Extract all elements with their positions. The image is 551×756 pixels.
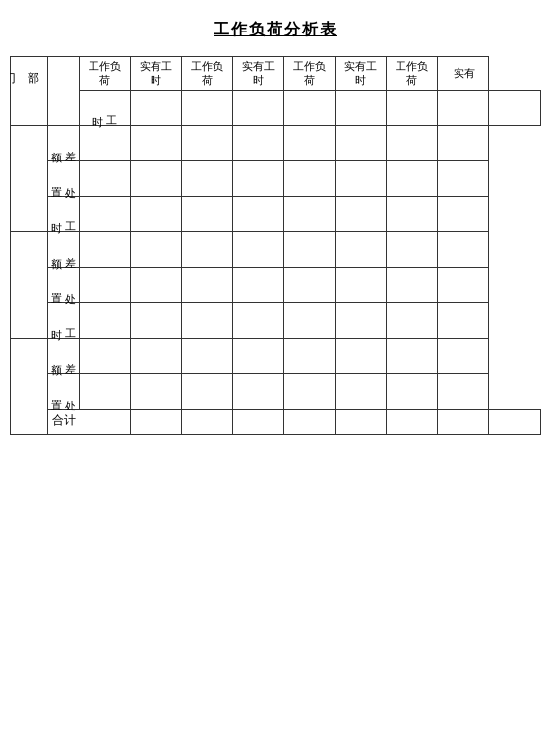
g3-handle-wf3 (284, 373, 336, 409)
g1-handle-wf2 (182, 160, 233, 196)
g2-handle-wf4 (387, 267, 438, 302)
summary-row: 合计 (11, 409, 541, 434)
table-wrap: 部门日程 工作负荷 实有工时 工作负荷 实有工时 工作负荷 实有工时 工作负荷 … (10, 56, 541, 435)
g3-handle-wf2 (182, 373, 233, 409)
g2-diff-wf2 (182, 231, 233, 267)
g1-handle-sh4 (438, 160, 489, 196)
group2-row-diff: 差额 (11, 231, 541, 267)
g2-wf1 (80, 196, 131, 231)
g1-sh4 (489, 90, 541, 125)
g2-diff-sh3 (336, 231, 387, 267)
g2-wf4 (387, 196, 438, 231)
group1-row-handling: 处置 (11, 160, 541, 196)
g2-handle-label: 处置 (48, 267, 80, 302)
g3-diff-sh1 (131, 338, 182, 373)
g3-diff-sh4 (438, 338, 489, 373)
g3-diff-wf4 (387, 338, 438, 373)
g3-handle-wf1 (80, 373, 131, 409)
g3-diff-wf3 (284, 338, 336, 373)
g2-sh1 (131, 196, 182, 231)
g2-sub-label: 工时 (48, 196, 80, 231)
g1-diff-sh1 (131, 125, 182, 160)
col-wf-4-header: 工作负荷 (387, 57, 438, 91)
g2-handle-wf1 (80, 267, 131, 302)
col-sh-1-header: 实有工时 (131, 57, 182, 91)
g3-wf4 (387, 302, 438, 338)
g3-sh1 (131, 302, 182, 338)
g1-handle-sh1 (131, 160, 182, 196)
col-sh-4-header: 实有 (438, 57, 489, 91)
g1-diff-sh3 (336, 125, 387, 160)
g3-diff-wf2 (182, 338, 233, 373)
g1-diff-sh4 (438, 125, 489, 160)
sum-wf1 (131, 409, 182, 434)
sum-sh3 (387, 409, 438, 434)
col-sh-3-header: 实有工时 (336, 57, 387, 91)
group3-row-workhours: 工时 (11, 302, 541, 338)
g3-handle-label: 处置 (48, 373, 80, 409)
g3-wf2 (182, 302, 233, 338)
g2-diff-sh4 (438, 231, 489, 267)
group1-row-diff: 差额 (11, 125, 541, 160)
sum-sh4 (489, 409, 541, 434)
g3-handle-sh2 (233, 373, 284, 409)
g2-handle-sh2 (233, 267, 284, 302)
g1-wf2 (233, 90, 284, 125)
group3-row-handling: 处置 (11, 373, 541, 409)
g2-diff-wf3 (284, 231, 336, 267)
g1-diff-sh2 (233, 125, 284, 160)
g1-diff-wf1 (80, 125, 131, 160)
g1-handle-wf1 (80, 160, 131, 196)
col-wf-3-header: 工作负荷 (284, 57, 336, 91)
g2-sh2 (233, 196, 284, 231)
group1-row-workhours: 工时 (11, 90, 541, 125)
g2-handle-sh3 (336, 267, 387, 302)
header-row-1: 部门日程 工作负荷 实有工时 工作负荷 实有工时 工作负荷 实有工时 工作负荷 … (11, 57, 541, 91)
col-wf-2-header: 工作负荷 (182, 57, 233, 91)
g2-diff-label: 差额 (48, 231, 80, 267)
group2-row-handling: 处置 (11, 267, 541, 302)
summary-label: 合计 (48, 409, 131, 434)
g2-handle-wf2 (182, 267, 233, 302)
g3-handle-sh4 (438, 373, 489, 409)
g3-handle-wf4 (387, 373, 438, 409)
g2-wf2 (182, 196, 233, 231)
g3-diff-sh3 (336, 338, 387, 373)
g1-wf4 (438, 90, 489, 125)
col-wf-1-header: 工作负荷 (80, 57, 131, 91)
sum-wf3 (336, 409, 387, 434)
g1-diff-wf2 (182, 125, 233, 160)
g1-diff-wf4 (387, 125, 438, 160)
g2-sh4 (438, 196, 489, 231)
g1-sh1 (182, 90, 233, 125)
g3-handle-sh1 (131, 373, 182, 409)
sum-wf4 (438, 409, 489, 434)
dept-header: 部门日程 (11, 57, 48, 126)
page-title: 工作负荷分析表 (10, 20, 541, 40)
sum-wf2 (233, 409, 284, 434)
g3-dept-cell (11, 338, 48, 434)
g3-diff-label: 差额 (48, 338, 80, 373)
g1-sh3 (387, 90, 438, 125)
g2-diff-sh2 (233, 231, 284, 267)
g3-handle-sh3 (336, 373, 387, 409)
group3-row-diff: 差额 (11, 338, 541, 373)
g1-dept-cell (11, 125, 48, 231)
g2-handle-sh1 (131, 267, 182, 302)
g2-wf3 (284, 196, 336, 231)
g3-diff-sh2 (233, 338, 284, 373)
g1-handle-wf3 (284, 160, 336, 196)
g1-wf1 (131, 90, 182, 125)
g1-diff-wf3 (284, 125, 336, 160)
col-sh-2-header: 实有工时 (233, 57, 284, 91)
g2-handle-sh4 (438, 267, 489, 302)
g3-diff-wf1 (80, 338, 131, 373)
g3-wf1 (80, 302, 131, 338)
g1-handle-sh2 (233, 160, 284, 196)
sub-header-empty (48, 57, 80, 126)
g2-diff-sh1 (131, 231, 182, 267)
sum-sh2 (284, 409, 336, 434)
g2-diff-wf4 (387, 231, 438, 267)
g2-diff-wf1 (80, 231, 131, 267)
g1-handle-wf4 (387, 160, 438, 196)
